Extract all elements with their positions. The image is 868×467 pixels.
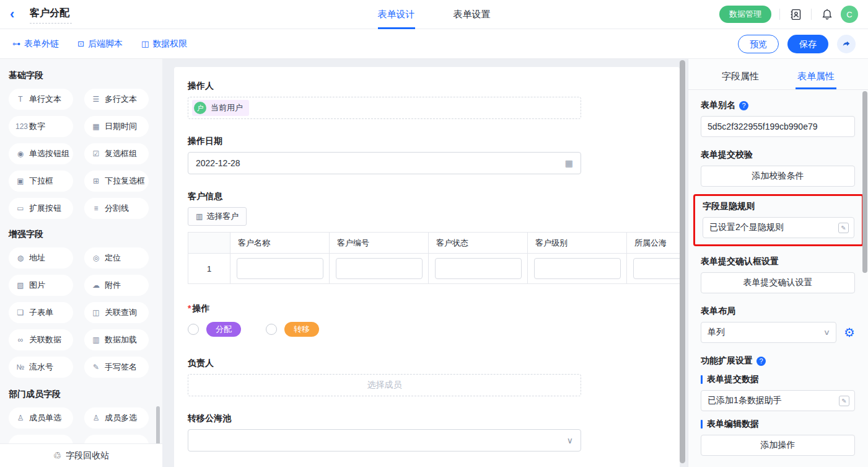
field-label: *操作 <box>188 303 666 314</box>
option-assign-pill[interactable]: 分配 <box>206 322 241 337</box>
link-icon: ⊶ <box>12 39 20 48</box>
help-icon[interactable]: ? <box>739 101 748 110</box>
field-palette-item[interactable]: ☑ 复选框组 <box>84 143 149 164</box>
field-type-icon: ☁ <box>91 281 101 290</box>
submit-confirm-label: 表单提交确认框设置 <box>701 256 779 267</box>
table-column: 客户名称 <box>230 233 330 283</box>
column-header: 客户状态 <box>429 233 527 254</box>
field-palette-item[interactable]: ⊞ 下拉复选框 <box>84 171 149 192</box>
section-title-basic: 基础字段 <box>9 70 162 81</box>
back-icon[interactable]: ‹ <box>10 2 25 27</box>
form-layout-label: 表单布局 <box>701 306 735 317</box>
field-type-icon: ☰ <box>91 95 101 104</box>
save-button[interactable]: 保存 <box>787 35 828 53</box>
add-validation-button[interactable]: 添加校验条件 <box>701 166 855 187</box>
submit-data-label: 表单提交数据 <box>707 374 759 385</box>
field-palette-item[interactable]: T 单行文本 <box>9 89 73 110</box>
radio-transfer[interactable] <box>266 324 277 335</box>
divider <box>779 9 780 20</box>
select-member-input[interactable]: 选择成员 <box>188 374 581 396</box>
field-type-icon: ∞ <box>15 336 25 344</box>
field-palette-item[interactable]: ∞ 关联数据 <box>9 329 73 350</box>
table-cell-input[interactable] <box>633 258 680 279</box>
help-icon[interactable]: ? <box>756 357 766 366</box>
chevron-down-icon: ∨ <box>823 328 830 337</box>
field-label: 操作日期 <box>188 136 666 147</box>
header-tabs: 表单设计 表单设置 <box>378 0 491 29</box>
table-cell-input[interactable] <box>534 258 621 279</box>
field-palette-item[interactable]: ◉ 单选按钮组 <box>9 143 73 164</box>
field-palette-item[interactable]: ▥ 数据加载 <box>84 329 149 350</box>
field-palette-item[interactable]: № 流水号 <box>9 357 73 378</box>
table-cell-input[interactable] <box>237 258 323 279</box>
basic-field-grid: T 单行文本 ☰ 多行文本 123 数字 ▦ 日期时间 <box>9 89 154 219</box>
visibility-rules-value[interactable]: 已设置2个显隐规则 ✎ <box>703 217 854 238</box>
table-cell-input[interactable] <box>336 258 423 279</box>
form-alias-input[interactable] <box>701 116 855 137</box>
field-palette-item[interactable]: ◫ 关联查询 <box>84 302 149 323</box>
gear-icon[interactable]: ⚙ <box>844 326 855 339</box>
field-type-icon: T <box>15 95 25 104</box>
radio-assign[interactable] <box>188 324 199 335</box>
contacts-icon[interactable] <box>788 7 803 22</box>
enhanced-field-grid: ◍ 地址 ◎ 定位 ▧ 图片 ☁ 附件 <box>9 247 154 378</box>
field-palette-item[interactable]: ≡ 分割线 <box>84 198 149 219</box>
option-transfer-pill[interactable]: 转移 <box>284 322 319 337</box>
permission-icon: ◫ <box>141 39 149 48</box>
submit-confirm-group: 表单提交确认框设置 表单提交确认设置 <box>701 256 855 293</box>
edit-icon[interactable]: ✎ <box>839 396 849 406</box>
panel-scrollbar[interactable] <box>862 91 867 273</box>
field-transfer-pool: 转移公海池 ∨ <box>188 413 666 451</box>
share-button[interactable] <box>837 35 856 53</box>
user-avatar[interactable]: C <box>841 6 858 23</box>
field-palette-item[interactable]: ☰ 多行文本 <box>84 89 149 110</box>
field-palette-item[interactable]: ❏ 子表单 <box>9 302 73 323</box>
data-permission-link[interactable]: ◫ 数据权限 <box>141 38 187 50</box>
field-palette-item[interactable]: ◎ 定位 <box>84 247 149 269</box>
field-recycle-bin[interactable]: ♲ 字段回收站 <box>0 443 162 467</box>
tab-field-properties[interactable]: 字段属性 <box>720 71 761 89</box>
accent-bar <box>701 375 703 384</box>
table-cell-input[interactable] <box>435 258 522 279</box>
current-user-tag: 户 当前用户 <box>192 100 249 116</box>
pool-select[interactable]: ∨ <box>188 429 581 451</box>
tab-form-properties[interactable]: 表单属性 <box>796 71 836 89</box>
field-type-icon: ❏ <box>15 308 25 317</box>
tab-form-design[interactable]: 表单设计 <box>378 0 415 29</box>
properties-panel: 字段属性 表单属性 表单别名 ? 表单提交校验 添加校验条件 字段显隐规则 已设… <box>688 59 868 467</box>
field-palette-item[interactable]: ▦ 日期时间 <box>84 116 149 137</box>
data-manage-button[interactable]: 数据管理 <box>719 6 771 23</box>
field-palette-item[interactable]: 123 数字 <box>9 116 73 137</box>
form-external-link[interactable]: ⊶ 表单外链 <box>12 38 59 50</box>
field-palette-item[interactable]: ♙ 成员多选 <box>84 407 149 429</box>
layout-select[interactable]: 单列 ∨ <box>701 322 836 343</box>
column-header: 客户名称 <box>230 233 329 254</box>
field-label: 操作人 <box>188 81 666 92</box>
field-customer-info: 客户信息 ▥ 选择客户 1 客户名称 <box>188 191 666 284</box>
field-palette-item[interactable]: ▣ 下拉框 <box>9 171 73 192</box>
field-palette-item[interactable]: ◍ 地址 <box>9 247 73 269</box>
select-customer-button[interactable]: ▥ 选择客户 <box>188 207 247 226</box>
preview-button[interactable]: 预览 <box>738 35 779 53</box>
operator-input[interactable]: 户 当前用户 <box>188 97 581 119</box>
page-title[interactable]: 客户分配 <box>30 6 72 24</box>
backend-script-link[interactable]: ⊡ 后端脚本 <box>77 38 123 50</box>
submit-data-value[interactable]: 已添加1条数据助手 ✎ <box>701 390 855 411</box>
visibility-rules-highlight: 字段显隐规则 已设置2个显隐规则 ✎ <box>693 194 864 246</box>
notification-bell-icon[interactable] <box>820 7 835 22</box>
field-type-icon: ▧ <box>15 281 25 290</box>
add-operation-button[interactable]: 添加操作 <box>701 435 855 456</box>
field-palette-item[interactable]: ▧ 图片 <box>9 275 73 296</box>
edit-icon[interactable]: ✎ <box>838 223 849 233</box>
field-palette-item[interactable]: ♙ 成员单选 <box>9 407 73 429</box>
field-type-icon: ◉ <box>15 149 25 158</box>
row-number-cell: 1 <box>188 254 230 283</box>
canvas-scrollbar[interactable] <box>680 60 685 463</box>
action-options: 分配 转移 <box>188 322 666 337</box>
date-input[interactable]: 2022-12-28 ▦ <box>188 152 581 174</box>
tab-form-settings[interactable]: 表单设置 <box>454 0 491 29</box>
field-palette-item[interactable]: ☁ 附件 <box>84 275 149 296</box>
field-palette-item[interactable]: ▭ 扩展按钮 <box>9 198 73 219</box>
submit-confirm-button[interactable]: 表单提交确认设置 <box>701 272 855 293</box>
field-palette-item[interactable]: ✎ 手写签名 <box>84 357 149 378</box>
